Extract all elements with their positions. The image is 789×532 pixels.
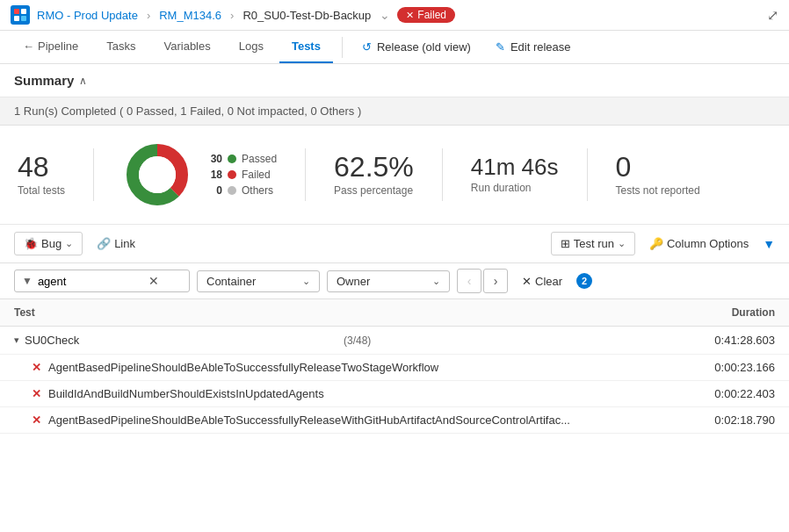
- not-reported-stat: 0 Tests not reported: [616, 153, 728, 197]
- fail-icon: ✕: [32, 361, 41, 374]
- breadcrumb-level1[interactable]: RMO - Prod Update: [37, 9, 138, 22]
- total-tests-number: 48: [18, 153, 49, 181]
- tab-tasks[interactable]: Tasks: [94, 31, 148, 63]
- group-name: SU0Check: [25, 334, 341, 347]
- tab-pipeline[interactable]: ← Pipeline: [11, 31, 90, 63]
- donut-chart: [122, 140, 192, 210]
- clear-x-icon: ✕: [522, 275, 532, 288]
- not-reported-number: 0: [616, 153, 632, 181]
- donut-chart-container: 30 Passed 18 Failed 0 Others: [122, 140, 305, 210]
- stat-divider-4: [587, 148, 588, 201]
- nav-tabs: ← Pipeline Tasks Variables Logs Tests ↺ …: [0, 31, 789, 64]
- run-duration-number: 41m 46s: [471, 155, 559, 178]
- others-dot: [228, 186, 236, 195]
- bug-button[interactable]: 🐞 Bug ⌄: [14, 232, 83, 255]
- stats-row: 48 Total tests 30 Passed: [0, 126, 789, 225]
- toolbar: 🐞 Bug ⌄ 🔗 Link ⊞ Test run ⌄ 🔑 Column Opt…: [0, 225, 789, 263]
- list-item[interactable]: ✕ AgentBasedPipelineShouldBeAbleToSucces…: [0, 355, 789, 381]
- bug-icon: 🐞: [24, 237, 38, 250]
- list-item[interactable]: ✕ BuildIdAndBuildNumberShouldExistsInUpd…: [0, 381, 789, 407]
- clear-filters-button[interactable]: ✕ Clear: [515, 271, 569, 291]
- stat-divider-2: [305, 148, 306, 201]
- group-duration: 0:41:28.603: [687, 334, 775, 347]
- breadcrumb-sep1: ›: [147, 9, 150, 22]
- breadcrumb-sep2: ›: [230, 9, 234, 22]
- run-banner: 1 Run(s) Completed ( 0 Passed, 1 Failed,…: [0, 97, 789, 126]
- summary-chevron-icon[interactable]: ∧: [79, 75, 87, 87]
- pagination-arrows: ‹ ›: [457, 269, 508, 293]
- fail-icon: ✕: [32, 413, 41, 427]
- release-old-view-button[interactable]: ↺ Release (old view): [351, 33, 481, 61]
- tab-tests[interactable]: Tests: [279, 31, 333, 63]
- owner-chevron-icon: ⌄: [432, 276, 440, 287]
- col-test-header: Test: [14, 306, 687, 319]
- breadcrumb-level3[interactable]: R0_SU0-Test-Db-Backup: [242, 9, 371, 22]
- group-chevron-icon: ▾: [14, 334, 19, 346]
- breadcrumb-dropdown-icon[interactable]: ⌄: [380, 8, 390, 22]
- search-filter-icon: ▼: [22, 275, 33, 287]
- filter-count-badge: 2: [576, 273, 592, 289]
- test-run-button[interactable]: ⊞ Test run ⌄: [551, 232, 635, 255]
- total-tests-label: Total tests: [18, 184, 65, 197]
- failed-dot: [228, 170, 236, 179]
- edit-release-button[interactable]: ✎ Edit release: [485, 33, 582, 61]
- search-input[interactable]: [38, 275, 143, 288]
- summary-title: Summary: [14, 73, 74, 88]
- list-item[interactable]: ✕ AgentBasedPipelineShouldBeAbleToSucces…: [0, 407, 789, 434]
- test-run-chevron-icon[interactable]: ⌄: [618, 238, 626, 249]
- filter-row: ▼ ✕ Container ⌄ Owner ⌄ ‹ › ✕ Clear 2: [0, 263, 789, 299]
- run-duration-label: Run duration: [471, 182, 532, 194]
- test-run-icon: ⊞: [561, 237, 570, 250]
- breadcrumb-level2[interactable]: RM_M134.6: [159, 9, 221, 22]
- link-icon: 🔗: [97, 237, 111, 250]
- run-duration-stat: 41m 46s Run duration: [471, 155, 587, 194]
- test-duration: 0:02:18.790: [687, 413, 775, 427]
- clear-search-icon[interactable]: ✕: [148, 274, 159, 288]
- container-chevron-icon: ⌄: [302, 276, 310, 287]
- table-body: ▾ SU0Check (3/48) 0:41:28.603 ✕ AgentBas…: [0, 327, 789, 434]
- test-name: BuildIdAndBuildNumberShouldExistsInUpdat…: [48, 387, 687, 400]
- link-button[interactable]: 🔗 Link: [90, 233, 142, 255]
- group-count: (3/48): [341, 334, 372, 347]
- column-options-icon: 🔑: [649, 237, 663, 250]
- nav-separator: [342, 37, 343, 58]
- test-duration: 0:00:23.166: [687, 361, 775, 374]
- prev-page-button[interactable]: ‹: [457, 269, 481, 293]
- test-name: AgentBasedPipelineShouldBeAbleToSuccessf…: [48, 413, 687, 427]
- back-arrow-icon: ←: [23, 40, 34, 53]
- app-icon: [11, 5, 30, 25]
- column-options-button[interactable]: 🔑 Column Options: [642, 233, 756, 255]
- top-bar: RMO - Prod Update › RM_M134.6 › R0_SU0-T…: [0, 0, 789, 31]
- pass-pct-label: Pass percentage: [334, 184, 413, 197]
- filter-button[interactable]: ▼: [763, 237, 775, 251]
- bug-dropdown-icon[interactable]: ⌄: [65, 238, 73, 249]
- table-header: Test Duration: [0, 299, 789, 327]
- fail-icon: ✕: [32, 387, 41, 400]
- status-badge: Failed: [397, 7, 455, 23]
- not-reported-label: Tests not reported: [616, 184, 700, 197]
- tab-logs[interactable]: Logs: [227, 31, 276, 63]
- owner-filter[interactable]: Owner ⌄: [327, 270, 450, 292]
- col-duration-header: Duration: [687, 306, 775, 319]
- tab-variables[interactable]: Variables: [152, 31, 223, 63]
- pass-pct-stat: 62.5% Pass percentage: [334, 153, 442, 197]
- search-filter-wrap: ▼ ✕: [14, 270, 190, 292]
- expand-icon[interactable]: ⤢: [767, 7, 778, 24]
- test-duration: 0:00:22.403: [687, 387, 775, 400]
- next-page-button[interactable]: ›: [483, 269, 508, 293]
- table-row-group[interactable]: ▾ SU0Check (3/48) 0:41:28.603: [0, 327, 789, 355]
- edit-icon: ✎: [496, 40, 505, 54]
- stat-divider-3: [442, 148, 443, 201]
- legend-others: 0 Others: [206, 184, 277, 197]
- legend-passed: 30 Passed: [206, 153, 277, 165]
- passed-dot: [228, 155, 236, 163]
- test-name: AgentBasedPipelineShouldBeAbleToSuccessf…: [48, 361, 687, 374]
- pass-pct-number: 62.5%: [334, 153, 414, 181]
- donut-legend: 30 Passed 18 Failed 0 Others: [206, 153, 277, 197]
- summary-header: Summary ∧: [0, 64, 789, 97]
- total-tests-stat: 48 Total tests: [18, 153, 93, 197]
- legend-failed: 18 Failed: [206, 169, 277, 181]
- svg-point-3: [139, 156, 176, 193]
- container-filter[interactable]: Container ⌄: [197, 270, 320, 292]
- stat-divider-1: [93, 148, 94, 201]
